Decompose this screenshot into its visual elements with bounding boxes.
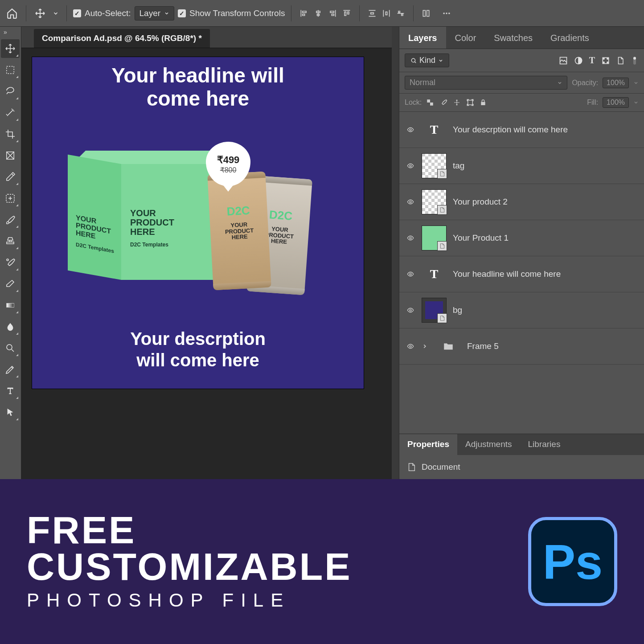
properties-title: Document — [422, 462, 460, 472]
chevron-down-icon[interactable] — [51, 6, 60, 21]
options-bar: ✓ Auto-Select: Layer ✓ Show Transform Co… — [0, 0, 644, 27]
visibility-toggle[interactable] — [406, 126, 415, 133]
layer-name[interactable]: Your product 2 — [453, 197, 508, 207]
crop-tool[interactable] — [1, 125, 20, 144]
filter-toggle-icon[interactable] — [631, 55, 639, 66]
headline-text: Your headline willcome here — [32, 64, 364, 110]
layer-thumbnail — [422, 226, 447, 250]
visibility-toggle[interactable] — [406, 162, 415, 169]
pen-tool[interactable] — [1, 360, 20, 379]
artboard[interactable]: Your headline willcome here YOURPRODUCTH… — [32, 57, 364, 389]
document-tab[interactable]: Comparison Ad.psd @ 64.5% (RGB/8*) * — [34, 29, 210, 48]
frame-tool[interactable] — [1, 146, 20, 165]
layer-row[interactable]: TYour headline will come here — [399, 256, 644, 292]
visibility-toggle[interactable] — [406, 234, 415, 242]
dodge-tool[interactable] — [1, 339, 20, 357]
distribute-space-icon[interactable] — [394, 7, 407, 20]
lock-pixels-icon[interactable] — [439, 98, 447, 107]
layer-name[interactable]: Your Product 1 — [453, 233, 509, 243]
auto-select-value: Layer — [139, 8, 161, 18]
opacity-value[interactable]: 100% — [603, 78, 629, 88]
move-tool-icon[interactable] — [33, 6, 48, 21]
magic-wand-tool[interactable] — [1, 103, 20, 122]
description-text: Your descrptionwill come here — [32, 328, 364, 371]
brush-tool[interactable] — [1, 210, 20, 229]
blur-tool[interactable] — [1, 317, 20, 336]
distribute-h-icon[interactable] — [380, 7, 393, 20]
home-icon[interactable] — [4, 6, 20, 21]
layer-row[interactable]: Your product 2 — [399, 184, 644, 220]
path-select-tool[interactable] — [1, 403, 20, 422]
eyedropper-tool[interactable] — [1, 168, 20, 186]
svg-point-3 — [446, 12, 448, 14]
tab-properties[interactable]: Properties — [399, 434, 457, 455]
marquee-tool[interactable] — [1, 61, 20, 79]
product-box: YOURPRODUCTHERE D2C Templates YOURPRODUC… — [68, 164, 219, 280]
product-stage: YOURPRODUCTHERE D2C Templates YOURPRODUC… — [32, 137, 364, 298]
filter-shape-icon[interactable] — [601, 56, 610, 65]
filter-pixel-icon[interactable] — [559, 56, 568, 65]
blend-row: Normal Opacity: 100% — [399, 72, 644, 94]
tab-swatches[interactable]: Swatches — [485, 27, 541, 49]
spot-heal-tool[interactable] — [1, 189, 20, 208]
tab-adjustments[interactable]: Adjustments — [457, 434, 520, 455]
svg-rect-0 — [423, 10, 426, 16]
auto-select-checkbox[interactable]: ✓ — [73, 9, 81, 17]
align-center-h-icon[interactable] — [312, 7, 324, 20]
svg-point-16 — [607, 58, 608, 59]
show-transform-checkbox[interactable]: ✓ — [178, 9, 186, 17]
tab-layers[interactable]: Layers — [399, 27, 446, 49]
3d-mode-icon[interactable] — [420, 7, 432, 20]
fill-value[interactable]: 100% — [603, 97, 629, 108]
visibility-toggle[interactable] — [406, 307, 415, 314]
lock-artboard-icon[interactable] — [466, 98, 474, 107]
filter-smart-icon[interactable] — [616, 56, 624, 65]
eraser-tool[interactable] — [1, 275, 20, 293]
visibility-toggle[interactable] — [406, 271, 415, 278]
move-tool[interactable] — [1, 39, 20, 58]
visibility-toggle[interactable] — [406, 198, 415, 205]
chevron-right-icon[interactable] — [422, 343, 430, 349]
layer-row[interactable]: Your Product 1 — [399, 220, 644, 256]
align-left-icon[interactable] — [298, 7, 310, 20]
svg-point-4 — [448, 12, 450, 14]
tab-libraries[interactable]: Libraries — [520, 434, 569, 455]
document-tabbar: Comparison Ad.psd @ 64.5% (RGB/8*) * — [21, 27, 392, 48]
canvas-scrollbar[interactable] — [392, 27, 399, 479]
toolbox-expand-icon[interactable]: » — [0, 27, 21, 37]
lock-all-icon[interactable] — [480, 98, 487, 107]
auto-select-dropdown[interactable]: Layer — [135, 6, 175, 21]
more-options-icon[interactable] — [440, 7, 453, 20]
lock-transparency-icon[interactable] — [426, 98, 434, 107]
layer-name[interactable]: Your headline will come here — [453, 269, 561, 279]
align-right-icon[interactable] — [326, 7, 339, 20]
layer-name[interactable]: Your descrption will come here — [453, 125, 568, 135]
filter-adjust-icon[interactable] — [574, 56, 583, 65]
layer-name[interactable]: Frame 5 — [467, 341, 499, 351]
blend-mode-dropdown[interactable]: Normal — [405, 76, 567, 90]
tab-color[interactable]: Color — [446, 27, 485, 49]
filter-type-icon[interactable]: T — [589, 55, 595, 66]
svg-rect-9 — [7, 303, 14, 307]
layer-name[interactable]: bg — [453, 305, 462, 315]
layer-row[interactable]: bg — [399, 292, 644, 328]
lasso-tool[interactable] — [1, 82, 20, 101]
layer-name[interactable]: tag — [453, 161, 464, 171]
history-brush-tool[interactable] — [1, 253, 20, 272]
text-layer-icon: T — [422, 262, 447, 287]
layer-row[interactable]: TYour descrption will come here — [399, 112, 644, 148]
layer-row[interactable]: tag — [399, 148, 644, 184]
visibility-toggle[interactable] — [406, 343, 415, 350]
gradient-tool[interactable] — [1, 296, 20, 315]
align-top-icon[interactable] — [340, 7, 353, 20]
lock-position-icon[interactable] — [453, 98, 461, 107]
svg-point-11 — [411, 58, 415, 62]
distribute-v-icon[interactable] — [366, 7, 378, 20]
type-tool[interactable] — [1, 381, 20, 400]
layer-row[interactable]: Frame 5 — [399, 328, 644, 365]
toolbox: » — [0, 27, 21, 479]
clone-stamp-tool[interactable] — [1, 232, 20, 250]
tab-gradients[interactable]: Gradients — [541, 27, 598, 49]
filter-kind-dropdown[interactable]: Kind — [405, 53, 449, 67]
panel-tabs: Layers Color Swatches Gradients — [399, 27, 644, 49]
